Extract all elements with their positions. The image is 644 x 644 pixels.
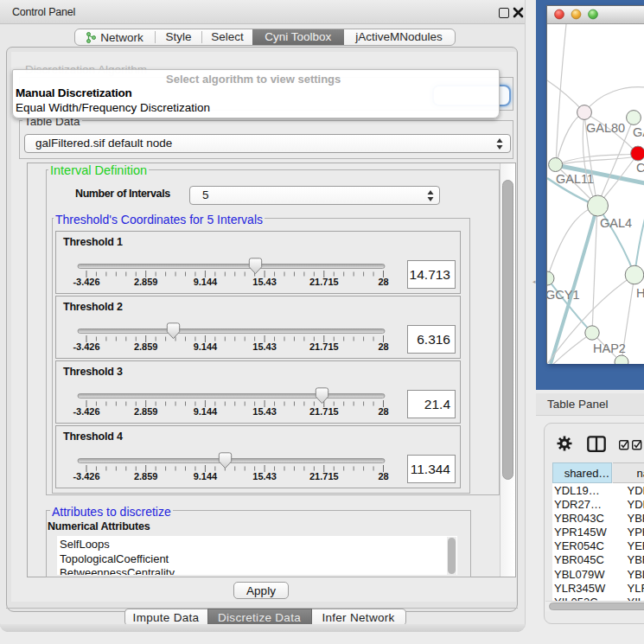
svg-text:2.859: 2.859 xyxy=(134,341,158,352)
svg-text:9.144: 9.144 xyxy=(194,406,218,417)
svg-text:-3.426: -3.426 xyxy=(73,341,99,352)
svg-text:9.144: 9.144 xyxy=(194,471,218,481)
svg-text:C: C xyxy=(636,161,644,175)
svg-text:2.859: 2.859 xyxy=(134,277,158,287)
svg-text:28: 28 xyxy=(378,341,388,352)
svg-text:21.715: 21.715 xyxy=(309,277,339,287)
svg-text:-3.426: -3.426 xyxy=(73,277,99,287)
svg-text:-3.426: -3.426 xyxy=(73,406,99,417)
svg-text:15.43: 15.43 xyxy=(252,406,277,417)
svg-text:28: 28 xyxy=(378,406,388,417)
svg-text:GAL80: GAL80 xyxy=(586,121,625,135)
svg-text:28: 28 xyxy=(378,471,388,481)
svg-text:-3.426: -3.426 xyxy=(73,471,99,481)
svg-text:GCY1: GCY1 xyxy=(547,288,580,302)
svg-text:GAL11: GAL11 xyxy=(556,172,594,186)
svg-text:15.43: 15.43 xyxy=(252,471,277,481)
svg-text:21.715: 21.715 xyxy=(309,471,339,481)
svg-text:2.859: 2.859 xyxy=(134,406,158,417)
svg-text:GAL4: GAL4 xyxy=(600,216,632,230)
svg-text:15.43: 15.43 xyxy=(252,341,277,352)
svg-text:9.144: 9.144 xyxy=(194,341,218,352)
svg-text:28: 28 xyxy=(378,277,388,287)
svg-text:H: H xyxy=(636,286,644,300)
svg-text:2.859: 2.859 xyxy=(134,471,158,481)
svg-text:21.715: 21.715 xyxy=(309,341,339,352)
svg-text:21.715: 21.715 xyxy=(309,406,339,417)
svg-text:15.43: 15.43 xyxy=(252,277,277,287)
svg-text:9.144: 9.144 xyxy=(194,277,218,287)
svg-text:HAP2: HAP2 xyxy=(593,341,626,355)
svg-text:GA: GA xyxy=(633,125,644,139)
